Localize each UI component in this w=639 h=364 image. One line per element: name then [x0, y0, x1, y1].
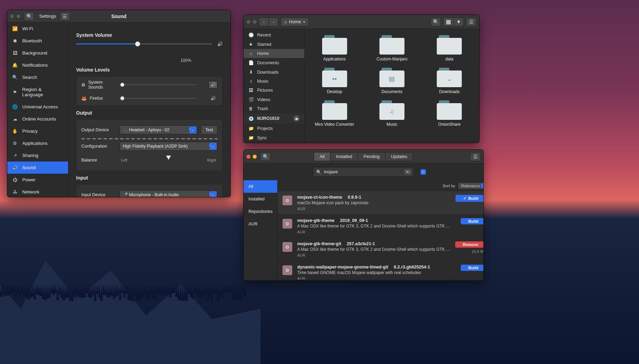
sidebar-item-applications[interactable]: ⚙Applications: [7, 137, 68, 149]
folder-music[interactable]: ♫Music: [379, 100, 404, 127]
package-row[interactable]: ⚙dynamic-wallpaper-mojave-gnome-timed-gi…: [278, 261, 484, 280]
package-size: 15,9 MB: [472, 249, 484, 254]
minimize-button[interactable]: [253, 155, 257, 159]
tab-installed[interactable]: Installed: [330, 152, 358, 161]
files-sidebar-projects[interactable]: 📁Projects: [244, 124, 304, 133]
slider-thumb[interactable]: [120, 83, 124, 87]
balance-label: Balance: [81, 158, 116, 163]
folder-miro-video-converter[interactable]: Miro Video Converter: [315, 100, 354, 127]
folder-data[interactable]: data: [437, 35, 462, 61]
vid-icon: 🎬: [248, 97, 253, 102]
package-row[interactable]: ⚙mojave-ct-icon-theme0.9.9-1macOs Mojave…: [278, 191, 484, 215]
sidebar-item-power[interactable]: ⏻Power: [7, 174, 68, 186]
sidebar-item-network[interactable]: 🖧Network: [7, 186, 68, 197]
refresh-button[interactable]: ↻: [420, 169, 426, 175]
build-button[interactable]: Build: [461, 265, 484, 271]
files-sidebar-videos[interactable]: 🎬Videos: [244, 95, 304, 104]
sidebar-item-background[interactable]: 🖼Background: [7, 47, 68, 59]
mute-button[interactable]: 🔊: [208, 81, 218, 89]
location-button[interactable]: ⌂ Home ▾: [280, 17, 309, 26]
files-sidebar-downloads[interactable]: ⬇Downloads: [244, 67, 304, 77]
files-sidebar-home[interactable]: ⌂Home: [244, 49, 304, 58]
output-device-dropdown[interactable]: 🎧 Headset - Aptoyu - 02 ⌃⌄: [120, 125, 197, 134]
output-panel: Output Device 🎧 Headset - Aptoyu - 02 ⌃⌄…: [76, 119, 223, 171]
eject-button[interactable]: ⏏: [293, 115, 300, 122]
files-sidebar-documents[interactable]: 📄Documents: [244, 58, 304, 67]
input-device-dropdown[interactable]: 🎤 Microphone - Built-in Audio ⌃⌄: [120, 190, 218, 197]
files-sidebar-mjro1810[interactable]: 💿MJRO1810⏏: [244, 113, 304, 124]
settings-sidebar: 📶Wi-Fi🟌Bluetooth🖼Background🔔Notification…: [7, 23, 68, 197]
software-sidebar-all[interactable]: All: [244, 180, 277, 193]
search-button[interactable]: 🔍: [24, 12, 34, 21]
slider-thumb[interactable]: [120, 96, 124, 100]
nav-forward-button[interactable]: ›: [269, 17, 278, 26]
hamburger-button[interactable]: ☰: [466, 17, 476, 26]
sidebar-item-wi-fi[interactable]: 📶Wi-Fi: [7, 23, 68, 35]
balance-thumb[interactable]: [166, 156, 171, 160]
tab-updates[interactable]: Updates: [385, 152, 413, 161]
configuration-dropdown[interactable]: High Fidelity Playback (A2DP Sink) ⌃⌄: [120, 142, 218, 151]
files-sidebar-music[interactable]: ♫Music: [244, 77, 304, 86]
sidebar-item-notifications[interactable]: 🔔Notifications: [7, 59, 68, 71]
close-button[interactable]: [246, 20, 251, 24]
app-volume-slider[interactable]: [120, 82, 205, 88]
search-button[interactable]: 🔍: [260, 152, 271, 161]
speaker-icon[interactable]: 🔊: [217, 41, 223, 47]
sidebar-item-region-language[interactable]: ⚑Region & Language: [7, 83, 68, 101]
files-sidebar-trash[interactable]: 🗑Trash: [244, 104, 304, 113]
minimize-button[interactable]: [253, 20, 257, 24]
menu-button[interactable]: ☰: [60, 12, 70, 21]
check-icon: ✓: [463, 196, 467, 201]
view-options-button[interactable]: ▾: [453, 17, 464, 26]
hamburger-button[interactable]: ☰: [470, 152, 481, 161]
sidebar-item-search[interactable]: 🔍Search: [7, 71, 68, 83]
software-sidebar-aur[interactable]: AUR: [244, 218, 277, 230]
folder-onionshare[interactable]: OnionShare: [437, 100, 462, 127]
folder-icon: ⌄: [437, 68, 462, 87]
files-sidebar-sync[interactable]: 📁Sync: [244, 133, 304, 142]
tab-all[interactable]: All: [314, 152, 330, 161]
clear-search-button[interactable]: ✕: [404, 169, 411, 174]
settings-window: 🔍 Settings ☰ Sound 📶Wi-Fi🟌Bluetooth🖼Back…: [7, 10, 231, 197]
software-sidebar-installed[interactable]: Installed: [244, 193, 277, 205]
remove-button[interactable]: Remove: [455, 241, 484, 248]
files-sidebar-pictures[interactable]: 🖼Pictures: [244, 86, 304, 95]
package-row[interactable]: ⚙mojave-gtk-theme2019_09_09-1A Mac OSX l…: [278, 215, 484, 238]
slider-thumb[interactable]: [135, 41, 140, 47]
close-button[interactable]: [10, 14, 14, 18]
test-button[interactable]: Test: [201, 125, 218, 134]
folder-downloads[interactable]: ⌄Downloads: [437, 68, 462, 94]
folder-documents[interactable]: ▤Documents: [379, 68, 404, 94]
refresh-icon: ↻: [422, 170, 425, 174]
software-sidebar-repositories[interactable]: Repositories: [244, 205, 277, 218]
search-icon: 🔍: [316, 169, 322, 175]
sidebar-item-privacy[interactable]: ✋Privacy: [7, 125, 68, 137]
sidebar-item-online-accounts[interactable]: ☁Online Accounts: [7, 113, 68, 125]
files-sidebar-recent[interactable]: 🕘Recent: [244, 30, 304, 40]
mute-button[interactable]: 🔊: [208, 94, 218, 102]
search-button[interactable]: 🔍: [431, 17, 441, 26]
sidebar-item-bluetooth[interactable]: 🟌Bluetooth: [7, 35, 68, 47]
sidebar-item-sharing[interactable]: ↗Sharing: [7, 149, 68, 162]
close-button[interactable]: [246, 155, 251, 159]
search-input[interactable]: 🔍 mojave ✕: [313, 167, 414, 177]
system-volume-slider[interactable]: 🔊: [76, 41, 223, 52]
icon-view-button[interactable]: ▦: [443, 17, 453, 26]
tab-pending[interactable]: Pending: [358, 152, 386, 161]
sidebar-item-sound[interactable]: 🔊Sound: [7, 162, 68, 174]
files-sidebar-starred[interactable]: ★Starred: [244, 40, 304, 49]
sort-dropdown[interactable]: Relevance: [458, 182, 484, 189]
build-button[interactable]: ✓Build: [456, 195, 484, 202]
minimize-button[interactable]: [16, 14, 21, 18]
app-volume-slider[interactable]: [120, 96, 205, 101]
folder-desktop[interactable]: ▪▪Desktop: [322, 68, 347, 94]
nav-back-button[interactable]: ‹: [259, 17, 269, 26]
files-sidebar-doco[interactable]: 📁DOCO: [244, 142, 304, 143]
folder-custom-manjaro[interactable]: Custom-Manjaro: [377, 35, 408, 61]
build-button[interactable]: Build: [461, 218, 484, 224]
folder-applications[interactable]: Applications: [322, 35, 347, 61]
trash-icon: 🗑: [248, 106, 253, 111]
balance-slider[interactable]: Left Right: [120, 156, 218, 165]
package-row[interactable]: ⚙mojave-gtk-theme-git257.a3cfe21-1A Mac …: [278, 238, 484, 261]
sidebar-item-universal-access[interactable]: 🌐Universal Access: [7, 101, 68, 113]
